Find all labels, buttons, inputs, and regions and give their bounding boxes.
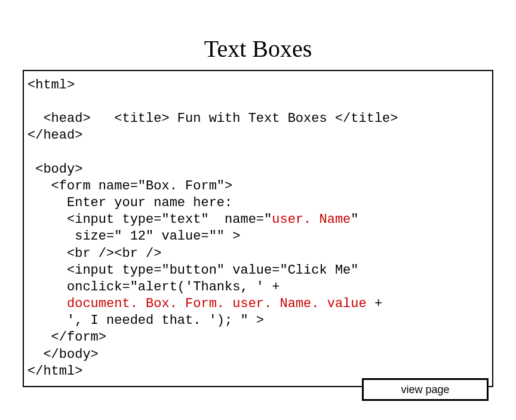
code-line bbox=[27, 296, 67, 311]
code-line: size=" 12" value="" > bbox=[27, 229, 240, 244]
code-line: <body> bbox=[27, 162, 82, 177]
page-title: Text Boxes bbox=[0, 0, 516, 68]
code-line: </head> bbox=[27, 128, 82, 143]
code-line: ', I needed that. '); " > bbox=[27, 313, 264, 328]
view-page-button[interactable]: view page bbox=[362, 378, 489, 401]
code-line: </html> bbox=[27, 364, 82, 379]
code-box: <html> <head> <title> Fun with Text Boxe… bbox=[23, 70, 493, 387]
code-highlight: document. Box. Form. user. Name. value bbox=[67, 296, 367, 311]
code-line: <head> <title> Fun with Text Boxes </tit… bbox=[27, 111, 398, 126]
code-line: + bbox=[367, 296, 382, 311]
code-line: <input type="text" name=" bbox=[27, 212, 272, 227]
code-line: <br /><br /> bbox=[27, 246, 161, 261]
code-highlight: user. Name bbox=[272, 212, 351, 227]
code-line: </body> bbox=[27, 347, 99, 362]
code-line: <html> bbox=[27, 78, 75, 93]
code-line: " bbox=[351, 212, 358, 227]
code-line: <input type="button" value="Click Me" bbox=[27, 263, 359, 278]
code-line: <form name="Box. Form"> bbox=[27, 179, 232, 194]
code-line: Enter your name here: bbox=[27, 195, 232, 210]
code-line: </form> bbox=[27, 330, 106, 345]
code-line: onclick="alert('Thanks, ' + bbox=[27, 280, 280, 295]
